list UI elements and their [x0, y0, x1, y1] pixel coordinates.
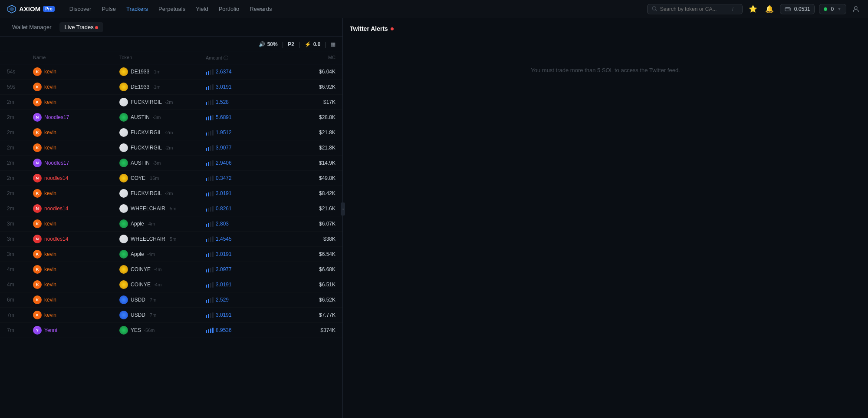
col-name: Name [33, 55, 119, 61]
token-age: ·2m [165, 130, 173, 135]
nav-trackers[interactable]: Trackers [122, 4, 152, 14]
nav-pulse[interactable]: Pulse [97, 4, 120, 14]
token-name[interactable]: YES [131, 327, 141, 333]
row-name-cell: K kevin [33, 295, 119, 304]
search-input[interactable] [660, 6, 730, 12]
tab-live-trades[interactable]: Live Trades [59, 22, 103, 32]
table-row[interactable]: 7m Y Yenni YES·56m 8.9536 $374K [0, 323, 342, 338]
trader-name[interactable]: noodles14 [44, 175, 68, 181]
table-row[interactable]: 3m N noodles14 WHEELCHAIR·5m 1.4545 $38K [0, 232, 342, 247]
user-icon[interactable] [851, 4, 861, 14]
trader-name[interactable]: kevin [44, 251, 56, 257]
volume-value: 50% [267, 41, 278, 47]
nav-portfolio[interactable]: Portfolio [214, 4, 244, 14]
token-name[interactable]: Apple [131, 221, 144, 227]
amount-value: 2.529 [216, 297, 229, 303]
trader-name[interactable]: kevin [44, 84, 56, 90]
row-token-cell: FUCKVIRGIL·2m [119, 143, 206, 152]
row-mc: $6.68K [292, 266, 335, 272]
table-row[interactable]: 4m K kevin COINYE·4m 3.0191 $6.51K [0, 277, 342, 292]
table-row[interactable]: 3m K kevin Apple·4m 2.803 $6.07K [0, 216, 342, 232]
token-name[interactable]: Apple [131, 251, 144, 257]
token-icon [119, 128, 128, 137]
table-row[interactable]: 2m N noodles14 WHEELCHAIR·5m 0.8261 $21.… [0, 201, 342, 216]
token-count[interactable]: 0 ▼ [819, 4, 846, 14]
token-name[interactable]: USDD [131, 297, 145, 303]
token-icon [119, 83, 128, 91]
trader-name[interactable]: kevin [44, 266, 56, 272]
speed-control[interactable]: ⚡ 0.0 [305, 41, 321, 47]
row-token-cell: COINYE·4m [119, 280, 206, 289]
trader-name[interactable]: kevin [44, 145, 56, 151]
trader-name[interactable]: kevin [44, 129, 56, 136]
resize-handle[interactable]: ‹› [341, 202, 345, 216]
token-age: ·2m [165, 191, 173, 196]
volume-control[interactable]: 🔊 50% [259, 41, 278, 47]
token-name[interactable]: USDD [131, 312, 145, 318]
token-name[interactable]: AUSTIN [131, 114, 150, 120]
grid-control[interactable]: ▦ [331, 41, 335, 47]
trader-name[interactable]: Noodles17 [44, 160, 69, 166]
trader-name[interactable]: kevin [44, 282, 56, 288]
bell-button[interactable]: 🔔 [763, 3, 776, 15]
nav-discover[interactable]: Discover [65, 4, 96, 14]
trader-name[interactable]: kevin [44, 312, 56, 318]
table-row[interactable]: 2m N Noodles17 AUSTIN·3m 5.6891 $28.8K [0, 110, 342, 125]
token-name[interactable]: COINYE [131, 266, 151, 272]
star-button[interactable]: ⭐ [747, 3, 759, 15]
amount-value: 3.0191 [216, 251, 232, 257]
token-name[interactable]: FUCKVIRGIL [131, 145, 162, 151]
trader-name[interactable]: kevin [44, 99, 56, 105]
token-name[interactable]: COINYE [131, 282, 151, 288]
token-age: ·4m [154, 282, 161, 287]
table-row[interactable]: 3m K kevin Apple·4m 3.0191 $6.54K [0, 247, 342, 262]
preset-control[interactable]: P2 [288, 41, 294, 47]
amount-bar [206, 176, 214, 181]
row-time: 2m [7, 160, 33, 166]
avatar: K [33, 128, 42, 137]
table-row[interactable]: 6m K kevin USDD·7m 2.529 $6.52K [0, 292, 342, 308]
token-name[interactable]: COYE [131, 175, 145, 181]
token-name[interactable]: FUCKVIRGIL [131, 99, 162, 105]
row-mc: $6.92K [292, 84, 335, 90]
token-name[interactable]: WHEELCHAIR [131, 236, 165, 242]
trader-name[interactable]: noodles14 [44, 236, 68, 242]
row-mc: $17K [292, 99, 335, 105]
wallet-balance: 0.0531 [794, 6, 810, 12]
amount-bar [206, 282, 214, 288]
nav-yield[interactable]: Yield [191, 4, 212, 14]
trader-name[interactable]: kevin [44, 190, 56, 196]
table-row[interactable]: 7m K kevin USDD·7m 3.0191 $7.77K [0, 308, 342, 323]
table-row[interactable]: 54s K kevin DE1933·1m 2.6374 $6.04K [0, 64, 342, 80]
table-row[interactable]: 2m N noodles14 COYE·16m 0.3472 $49.8K [0, 171, 342, 186]
token-name[interactable]: DE1933 [131, 84, 149, 90]
token-name[interactable]: WHEELCHAIR [131, 206, 165, 212]
trader-name[interactable]: Noodles17 [44, 114, 69, 120]
nav-perpetuals[interactable]: Perpetuals [154, 4, 190, 14]
nav-rewards[interactable]: Rewards [245, 4, 276, 14]
logo-text: AXIOM [19, 5, 40, 13]
token-name[interactable]: DE1933 [131, 69, 149, 75]
table-row[interactable]: 2m N Noodles17 AUSTIN·3m 2.9406 $14.9K [0, 156, 342, 171]
trader-name[interactable]: kevin [44, 221, 56, 227]
row-mc: $28.8K [292, 114, 335, 120]
table-row[interactable]: 2m K kevin FUCKVIRGIL·2m 3.0191 $8.42K [0, 186, 342, 201]
trader-name[interactable]: kevin [44, 297, 56, 303]
trader-name[interactable]: Yenni [44, 327, 57, 333]
token-name[interactable]: FUCKVIRGIL [131, 129, 162, 136]
token-name[interactable]: FUCKVIRGIL [131, 190, 162, 196]
table-row[interactable]: 59s K kevin DE1933·1m 3.0191 $6.92K [0, 80, 342, 95]
trader-name[interactable]: kevin [44, 69, 56, 75]
tab-wallet-manager[interactable]: Wallet Manager [7, 22, 57, 32]
logo[interactable]: AXIOM Pro [7, 4, 55, 14]
table-row[interactable]: 4m K kevin COINYE·4m 3.0977 $6.68K [0, 262, 342, 277]
token-name[interactable]: AUSTIN [131, 160, 150, 166]
nav-links: Discover Pulse Trackers Perpetuals Yield… [65, 4, 637, 14]
trader-name[interactable]: noodles14 [44, 206, 68, 212]
wallet-info[interactable]: 0.0531 [780, 4, 815, 14]
search-box[interactable]: / [647, 4, 743, 14]
table-row[interactable]: 2m K kevin FUCKVIRGIL·2m 1.9512 $21.8K [0, 125, 342, 140]
table-row[interactable]: 2m K kevin FUCKVIRGIL·2m 1.528 $17K [0, 95, 342, 110]
table-row[interactable]: 2m K kevin FUCKVIRGIL·2m 3.9077 $21.8K [0, 140, 342, 156]
token-icon [119, 159, 128, 167]
